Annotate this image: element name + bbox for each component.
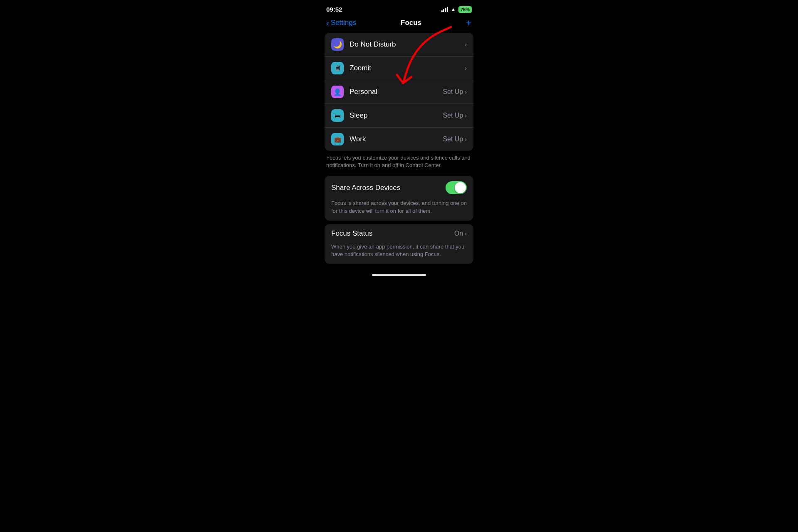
zoomit-label: Zoomit [350,64,465,72]
do-not-disturb-label: Do Not Disturb [350,40,465,49]
signal-icon [441,7,448,12]
focus-status-label: Focus Status [331,229,372,238]
chevron-right-icon: › [465,136,467,143]
back-label: Settings [331,19,356,27]
share-across-devices-toggle[interactable] [446,181,467,194]
share-across-devices-label: Share Across Devices [331,184,400,192]
zoomit-item[interactable]: 🖥 Zoomit › [325,57,473,80]
phone-screen: 09:52 ▲ 75% ‹ Settings Focus + [318,0,480,351]
work-icon: 💼 [331,133,344,145]
chevron-right-icon: › [465,230,467,237]
chevron-right-icon: › [465,112,467,119]
chevron-right-icon: › [465,41,467,48]
share-across-devices-section: Share Across Devices Focus is shared acr… [325,176,473,220]
wifi-icon: ▲ [451,6,456,12]
personal-setup-label: Set Up [443,88,463,96]
work-item[interactable]: 💼 Work Set Up › [325,128,473,151]
personal-item[interactable]: 👤 Personal Set Up › [325,80,473,104]
work-label: Work [350,135,443,143]
sleep-icon: 🛏 [331,109,344,122]
share-across-devices-description: Focus is shared across your devices, and… [325,200,473,220]
focus-items-section: 🌙 Do Not Disturb › 🖥 Zoomit › 👤 Personal… [325,33,473,151]
do-not-disturb-item[interactable]: 🌙 Do Not Disturb › [325,33,473,57]
status-icons: ▲ 75% [441,6,472,13]
page-title: Focus [401,19,421,27]
toggle-knob [455,182,466,193]
back-button[interactable]: ‹ Settings [326,19,356,27]
work-setup-label: Set Up [443,135,463,143]
personal-label: Personal [350,88,443,96]
home-indicator[interactable] [372,274,426,276]
focus-status-section: Focus Status On › When you give an app p… [325,224,473,264]
person-icon: 👤 [331,86,344,98]
sleep-setup-label: Set Up [443,112,463,119]
focus-status-row[interactable]: Focus Status On › [325,224,473,243]
add-button[interactable]: + [466,18,472,28]
focus-description: Focus lets you customize your devices an… [326,154,472,169]
status-time: 09:52 [326,6,342,13]
sleep-label: Sleep [350,111,443,120]
share-across-devices-row[interactable]: Share Across Devices [325,176,473,200]
focus-status-value: On [454,230,463,237]
chevron-right-icon: › [465,65,467,71]
nav-header: ‹ Settings Focus + [318,16,480,33]
sleep-item[interactable]: 🛏 Sleep Set Up › [325,104,473,128]
monitor-icon: 🖥 [331,62,344,74]
back-chevron-icon: ‹ [326,19,329,27]
moon-icon: 🌙 [331,38,344,51]
status-bar: 09:52 ▲ 75% [318,0,480,16]
battery-indicator: 75% [458,6,472,13]
focus-status-description: When you give an app permission, it can … [325,243,473,264]
chevron-right-icon: › [465,89,467,95]
